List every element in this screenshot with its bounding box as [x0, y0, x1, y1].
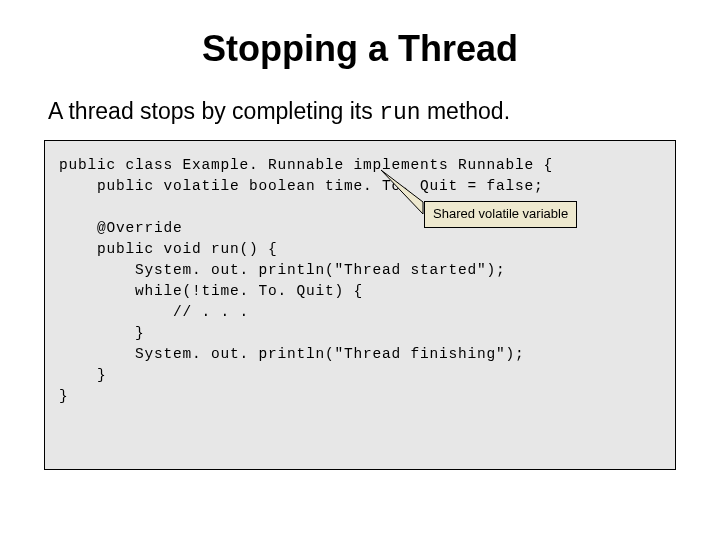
callout-label: Shared volatile variable — [424, 201, 577, 228]
code-line: System. out. println("Thread finishing")… — [59, 346, 525, 362]
subtitle-pre: A thread stops by completing its — [48, 98, 379, 124]
code-line: } — [59, 367, 107, 383]
code-line: public void run() { — [59, 241, 278, 257]
slide-subtitle: A thread stops by completing its run met… — [48, 98, 720, 126]
code-line: public class Example. Runnable implement… — [59, 157, 553, 173]
code-line: public volatile boolean time. To. Quit =… — [59, 178, 544, 194]
subtitle-post: method. — [421, 98, 511, 124]
code-line: } — [59, 388, 69, 404]
code-line: System. out. println("Thread started"); — [59, 262, 506, 278]
code-line: @Override — [59, 220, 183, 236]
code-line: while(!time. To. Quit) { — [59, 283, 363, 299]
code-line: } — [59, 325, 145, 341]
slide-title: Stopping a Thread — [0, 28, 720, 70]
code-line: // . . . — [59, 304, 249, 320]
subtitle-code: run — [379, 100, 420, 126]
slide: Stopping a Thread A thread stops by comp… — [0, 0, 720, 540]
code-block: public class Example. Runnable implement… — [44, 140, 676, 470]
